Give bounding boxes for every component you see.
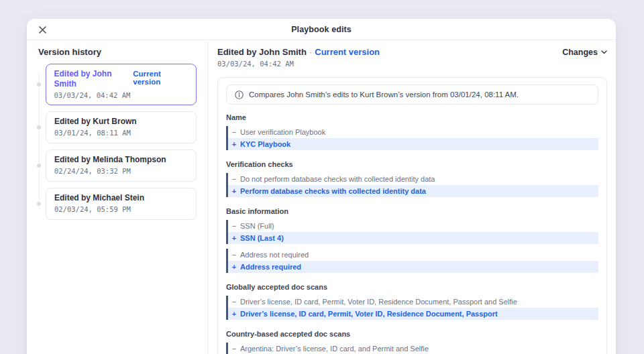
added-row: +Address required <box>228 261 598 273</box>
close-button[interactable] <box>35 22 50 37</box>
minus-icon: − <box>231 251 237 259</box>
removed-row: −User verification Playbook <box>228 126 598 138</box>
diff-section: Globally accepted doc scans −Driver’s li… <box>226 282 598 320</box>
diff-text: Address not required <box>240 251 309 259</box>
modal-header: Playbook edits <box>27 19 616 40</box>
added-row: +Driver’s license, ID card, Permit, Vote… <box>228 308 598 320</box>
current-version-link[interactable]: Current version <box>315 47 380 57</box>
detail-heading: Edited by John Smith·Current version <box>217 47 380 58</box>
version-date: 02/03/24, 05:59 PM <box>54 205 188 214</box>
plus-icon: + <box>231 310 237 318</box>
version-card[interactable]: Edited by John Smith Current version 03/… <box>46 64 197 105</box>
removed-row: −Address not required <box>228 249 598 261</box>
plus-icon: + <box>231 234 237 242</box>
info-icon <box>235 91 244 99</box>
minus-icon: − <box>231 345 237 353</box>
close-icon <box>39 26 46 34</box>
version-editor: Edited by Melinda Thompson <box>54 155 166 165</box>
version-editor: Edited by John Smith <box>54 69 133 89</box>
playbook-edits-modal: Playbook edits Version history Edited by… <box>27 19 616 354</box>
diff-text: Address required <box>240 263 301 271</box>
removed-row: −SSN (Full) <box>228 220 598 232</box>
banner-text: Compares John Smith’s edits to Kurt Brow… <box>249 91 519 99</box>
diff-sections: Name −User verification Playbook+KYC Pla… <box>226 113 598 354</box>
removed-row: −Driver’s license, ID card, Permit, Vote… <box>228 296 598 308</box>
diff-group: −Address not required+Address required <box>226 249 598 273</box>
diff-text: Do not perform database checks with coll… <box>240 175 435 183</box>
version-card[interactable]: Edited by Kurt Brown 03/01/24, 08:11 AM <box>46 111 197 143</box>
timeline-dot <box>37 164 41 168</box>
section-label: Name <box>226 113 598 122</box>
section-label: Basic information <box>226 206 598 216</box>
changes-dropdown[interactable]: Changes <box>562 48 607 57</box>
diff-text: SSN (Last 4) <box>240 234 284 242</box>
added-row: +SSN (Last 4) <box>228 232 598 244</box>
diff-group: −Do not perform database checks with col… <box>226 173 598 197</box>
version-date: 03/01/24, 08:11 AM <box>54 129 188 137</box>
version-editor: Edited by Michael Stein <box>54 193 144 203</box>
plus-icon: + <box>231 263 237 271</box>
diff-text: Driver’s license, ID card, Permit, Voter… <box>240 298 517 306</box>
comparison-banner: Compares John Smith’s edits to Kurt Brow… <box>226 84 598 105</box>
chevron-down-icon <box>601 50 607 54</box>
minus-icon: − <box>231 298 237 306</box>
diff-text: SSN (Full) <box>240 222 274 230</box>
diff-text: Driver’s license, ID card, Permit, Voter… <box>240 310 498 318</box>
version-list: Edited by John Smith Current version 03/… <box>46 64 197 220</box>
diff-group: −Argentina: Driver’s license, ID card, a… <box>226 343 598 354</box>
version-date: 03/03/24, 04:42 AM <box>54 91 189 100</box>
diff-text: KYC Playbook <box>240 140 290 148</box>
timeline-dot <box>37 125 41 129</box>
added-row: +KYC Playbook <box>228 138 598 150</box>
section-label: Globally accepted doc scans <box>226 282 598 292</box>
timeline-dot <box>37 202 41 206</box>
removed-row: −Argentina: Driver’s license, ID card, a… <box>228 343 598 354</box>
changes-card: Compares John Smith’s edits to Kurt Brow… <box>217 77 607 354</box>
version-card[interactable]: Edited by Melinda Thompson 02/24/24, 03:… <box>46 150 197 182</box>
added-row: +Perform database checks with collected … <box>228 185 598 197</box>
version-editor: Edited by Kurt Brown <box>54 117 137 127</box>
detail-date: 03/03/24, 04:42 AM <box>217 60 607 68</box>
version-date: 02/24/24, 03:32 PM <box>54 167 188 176</box>
diff-text: Argentina: Driver’s license, ID card, an… <box>240 345 429 353</box>
plus-icon: + <box>231 187 237 195</box>
changes-label: Changes <box>562 48 598 57</box>
version-history-panel: Version history Edited by John Smith Cur… <box>27 40 208 354</box>
diff-group: −Driver’s license, ID card, Permit, Vote… <box>226 296 598 320</box>
modal-title: Playbook edits <box>291 25 352 34</box>
minus-icon: − <box>231 128 237 136</box>
version-history-title: Version history <box>38 47 197 57</box>
detail-title: Edited by John Smith <box>217 47 307 57</box>
separator-dot: · <box>309 47 312 57</box>
version-detail-panel: Edited by John Smith·Current version Cha… <box>208 40 616 354</box>
diff-section: Name −User verification Playbook+KYC Pla… <box>226 113 598 150</box>
diff-section: Verification checks −Do not perform data… <box>226 160 598 197</box>
version-card[interactable]: Edited by Michael Stein 02/03/24, 05:59 … <box>46 188 197 220</box>
plus-icon: + <box>231 140 237 148</box>
minus-icon: − <box>231 175 237 183</box>
timeline-dot <box>37 82 41 86</box>
diff-text: Perform database checks with collected i… <box>240 187 426 195</box>
removed-row: −Do not perform database checks with col… <box>228 173 598 185</box>
minus-icon: − <box>231 222 237 230</box>
diff-group: −User verification Playbook+KYC Playbook <box>226 126 598 150</box>
diff-section: Country-based accepted doc scans −Argent… <box>226 329 598 354</box>
current-version-badge: Current version <box>133 70 188 86</box>
diff-group: −SSN (Full)+SSN (Last 4) <box>226 220 598 244</box>
section-label: Verification checks <box>226 160 598 169</box>
diff-text: User verification Playbook <box>240 128 325 136</box>
diff-section: Basic information −SSN (Full)+SSN (Last … <box>226 206 598 273</box>
section-label: Country-based accepted doc scans <box>226 329 598 339</box>
